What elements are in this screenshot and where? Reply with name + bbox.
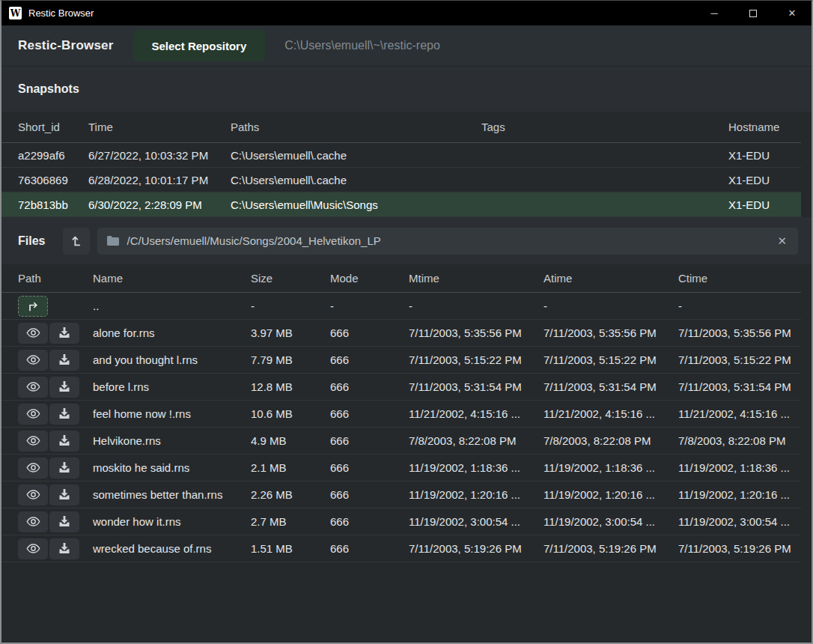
file-mode: 666 (330, 488, 409, 501)
parent-directory-row[interactable]: ..----- (1, 293, 801, 320)
repository-header: Restic-Browser Select Repository C:\User… (1, 25, 812, 67)
minimize-button[interactable]: ─ (695, 1, 734, 25)
clear-path-button[interactable]: ✕ (776, 234, 788, 248)
view-file-button[interactable] (18, 538, 48, 559)
file-row: feel home now !.rns10.6 MB66611/21/2002,… (1, 401, 801, 428)
download-file-button[interactable] (49, 484, 79, 505)
file-ctime: 11/21/2002, 4:15:16 ... (678, 407, 801, 420)
maximize-icon (749, 10, 757, 17)
snapshot-time: 6/27/2022, 10:03:32 PM (88, 149, 231, 162)
file-mtime: 7/8/2003, 8:22:08 PM (409, 434, 543, 447)
view-file-button[interactable] (18, 431, 48, 452)
view-file-button[interactable] (18, 458, 48, 479)
download-file-button[interactable] (49, 458, 79, 479)
snapshot-paths: C:\Users\emuell\.cache (231, 174, 481, 186)
file-row: wonder how it.rns2.7 MB66611/19/2002, 3:… (1, 508, 801, 535)
snapshot-hostname: X1-EDU (728, 174, 801, 186)
view-file-button[interactable] (18, 323, 48, 344)
row-actions (18, 296, 93, 317)
empty-area (1, 562, 812, 643)
snapshot-time: 6/30/2022, 2:28:09 PM (88, 198, 231, 211)
clear-icon: ✕ (777, 234, 787, 247)
eye-icon (26, 408, 40, 419)
file-atime: 11/21/2002, 4:15:16 ... (543, 407, 678, 420)
row-actions (18, 484, 93, 505)
snapshot-short-id: a2299af6 (18, 149, 88, 162)
current-path-field[interactable]: /C/Users/emuell/Music/Songs/2004_Helveti… (97, 228, 798, 255)
download-file-button[interactable] (49, 511, 79, 532)
file-size: 12.8 MB (251, 380, 330, 393)
go-to-parent-button[interactable] (63, 228, 90, 255)
view-file-button[interactable] (18, 511, 48, 532)
file-name: feel home now !.rns (93, 407, 251, 420)
file-mtime: 11/19/2002, 1:20:16 ... (409, 488, 543, 501)
snapshots-table-header: Short_idTimePathsTagsHostname (1, 112, 801, 143)
download-file-button[interactable] (49, 404, 79, 425)
download-file-button[interactable] (49, 431, 79, 452)
file-mode: - (330, 300, 409, 312)
file-mode: 666 (330, 380, 409, 393)
file-ctime: 7/8/2003, 8:22:08 PM (678, 434, 801, 447)
level-up-icon (70, 234, 83, 247)
view-file-button[interactable] (18, 377, 48, 398)
file-atime: 7/11/2003, 5:19:26 PM (543, 542, 678, 555)
files-heading: Files (18, 234, 45, 248)
file-mtime: 7/11/2003, 5:19:26 PM (409, 542, 543, 555)
maximize-button[interactable] (734, 1, 773, 25)
eye-icon (26, 489, 40, 500)
row-actions (18, 323, 93, 344)
download-icon (58, 516, 70, 527)
snapshot-paths: C:\Users\emuell\.cache (231, 149, 481, 162)
file-name: and you thought l.rns (93, 353, 251, 366)
file-name: .. (93, 300, 251, 312)
file-row: wrecked because of.rns1.51 MB6667/11/200… (1, 535, 801, 562)
snapshot-row[interactable]: 763068696/28/2022, 10:01:17 PMC:\Users\e… (1, 168, 801, 192)
window-controls: ─ ✕ (695, 1, 812, 25)
view-file-button[interactable] (18, 484, 48, 505)
select-repository-button[interactable]: Select Repository (133, 30, 266, 61)
file-name: Helvikone.rns (93, 434, 251, 447)
view-file-button[interactable] (18, 404, 48, 425)
file-ctime: 11/19/2002, 1:18:36 ... (678, 461, 801, 474)
download-icon (58, 408, 70, 419)
file-name: sometimes better than.rns (93, 488, 251, 501)
file-name: moskito he said.rns (93, 461, 251, 474)
row-actions (18, 404, 93, 425)
row-actions (18, 377, 93, 398)
download-file-button[interactable] (49, 323, 79, 344)
app-name: Restic-Browser (18, 38, 114, 53)
files-column-ctime: Ctime (678, 272, 801, 285)
snapshot-row[interactable]: a2299af66/27/2022, 10:03:32 PMC:\Users\e… (1, 143, 801, 168)
file-mtime: - (409, 300, 543, 312)
file-ctime: 11/19/2002, 3:00:54 ... (678, 515, 801, 528)
files-section-header: Files /C/Users/emuell/Music/Songs/2004_H… (1, 217, 812, 264)
eye-icon (26, 354, 40, 365)
download-icon (58, 381, 70, 392)
file-row: Helvikone.rns4.9 MB6667/8/2003, 8:22:08 … (1, 428, 801, 455)
files-column-mtime: Mtime (409, 272, 543, 285)
file-row: sometimes better than.rns2.26 MB66611/19… (1, 482, 801, 508)
minimize-icon: ─ (710, 7, 717, 19)
eye-icon (26, 435, 40, 446)
go-up-arrow-icon (27, 301, 40, 312)
download-file-button[interactable] (49, 538, 79, 559)
files-table-header: PathNameSizeModeMtimeAtimeCtime (1, 264, 801, 293)
view-file-button[interactable] (18, 350, 48, 371)
download-file-button[interactable] (49, 377, 79, 398)
snapshot-hostname: X1-EDU (728, 149, 801, 162)
snapshots-column-paths: Paths (231, 121, 481, 133)
files-column-atime: Atime (543, 272, 678, 285)
files-column-path: Path (18, 272, 93, 285)
file-mode: 666 (330, 353, 409, 366)
file-atime: 7/11/2003, 5:35:56 PM (543, 326, 678, 339)
download-file-button[interactable] (49, 350, 79, 371)
file-mode: 666 (330, 434, 409, 447)
snapshot-row[interactable]: 72b813bb6/30/2022, 2:28:09 PMC:\Users\em… (1, 192, 801, 217)
go-up-directory-button[interactable] (18, 296, 48, 317)
file-row: alone for.rns3.97 MB6667/11/2003, 5:35:5… (1, 320, 801, 347)
file-name: wonder how it.rns (93, 515, 251, 528)
eye-icon (26, 462, 40, 473)
eye-icon (26, 516, 40, 527)
close-button[interactable]: ✕ (773, 1, 812, 25)
file-atime: 11/19/2002, 3:00:54 ... (543, 515, 678, 528)
